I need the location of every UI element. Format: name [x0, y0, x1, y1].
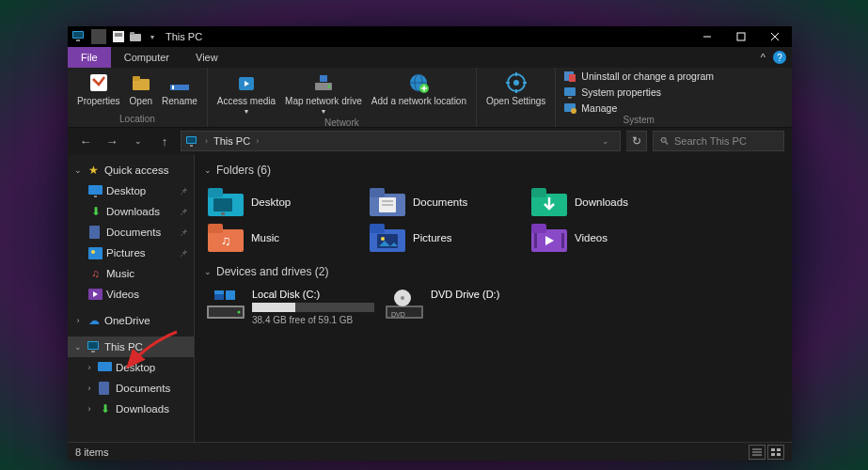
svg-text:DVD: DVD: [391, 311, 405, 318]
chevron-down-icon[interactable]: ⌄: [73, 165, 83, 175]
tree-tp-desktop[interactable]: ›Desktop: [68, 357, 194, 378]
svg-rect-57: [221, 212, 225, 215]
section-drives-header[interactable]: ⌄Devices and drives (2): [204, 265, 782, 278]
status-bar: 8 items: [68, 442, 792, 461]
maximize-button[interactable]: [724, 26, 758, 47]
tab-file[interactable]: File: [68, 47, 111, 68]
access-media-button[interactable]: Access media▾: [213, 70, 279, 118]
chevron-right-icon[interactable]: ›: [85, 363, 94, 372]
rename-button[interactable]: Rename: [158, 70, 201, 109]
music-icon: ♫: [88, 267, 103, 281]
search-box[interactable]: 🔍︎ Search This PC: [653, 131, 784, 151]
document-icon: [98, 382, 112, 396]
open-button[interactable]: Open: [126, 70, 156, 109]
chevron-right-icon[interactable]: ›: [73, 316, 83, 325]
minimize-button[interactable]: [690, 26, 724, 47]
svg-point-79: [238, 311, 241, 314]
address-dropdown[interactable]: ⌄: [595, 131, 616, 151]
svg-rect-74: [534, 233, 537, 248]
manage-button[interactable]: Manage: [561, 102, 716, 115]
tree-desktop[interactable]: Desktop📌︎: [68, 180, 194, 201]
content-pane[interactable]: ⌄Folders (6) Desktop Documents Downloads…: [195, 154, 792, 442]
chevron-right-icon[interactable]: ›: [256, 136, 259, 146]
close-button[interactable]: [758, 26, 792, 47]
picture-icon: [370, 224, 405, 252]
tab-view[interactable]: View: [182, 47, 231, 68]
svg-rect-91: [771, 448, 775, 451]
drive-usage-bar: [252, 303, 374, 312]
title-bar[interactable]: ▾ This PC: [68, 26, 792, 47]
folder-documents[interactable]: Documents: [366, 184, 528, 220]
svg-rect-42: [88, 185, 103, 195]
system-properties-button[interactable]: System properties: [561, 86, 716, 99]
tree-quick-access[interactable]: ⌄ ★ Quick access: [68, 160, 194, 180]
help-icon[interactable]: ?: [773, 51, 786, 64]
tab-computer[interactable]: Computer: [111, 47, 182, 68]
tree-downloads[interactable]: ⬇Downloads📌︎: [68, 201, 194, 222]
folder-downloads[interactable]: Downloads: [528, 184, 689, 220]
svg-rect-92: [777, 448, 781, 451]
qat-dropdown-icon[interactable]: ▾: [145, 29, 160, 44]
folder-pictures[interactable]: Pictures: [366, 220, 528, 256]
this-pc-icon: [87, 340, 101, 354]
svg-rect-94: [777, 453, 781, 456]
music-icon: ♫: [208, 224, 244, 252]
tree-tp-documents[interactable]: ›Documents: [68, 378, 194, 399]
ribbon-collapse-icon[interactable]: ^: [761, 52, 765, 63]
forward-button[interactable]: →: [102, 131, 122, 151]
desktop-icon: [208, 188, 244, 216]
drive-local-c[interactable]: Local Disk (C:) 38.4 GB free of 59.1 GB: [204, 286, 383, 328]
folder-videos[interactable]: Videos: [528, 220, 689, 256]
ribbon-tabs: File Computer View ^ ?: [68, 47, 792, 68]
recent-dropdown[interactable]: ⌄: [128, 131, 149, 151]
tree-music[interactable]: ♫Music: [68, 263, 194, 284]
search-icon: 🔍︎: [659, 135, 670, 147]
open-settings-button[interactable]: Open Settings: [482, 70, 549, 109]
address-bar[interactable]: › This PC › ⌄: [181, 131, 621, 151]
tree-onedrive[interactable]: › ☁ OneDrive: [68, 310, 194, 331]
svg-rect-55: [208, 188, 223, 197]
svg-rect-82: [214, 294, 224, 300]
folder-desktop[interactable]: Desktop: [204, 184, 366, 220]
up-button[interactable]: ↑: [154, 131, 175, 151]
svg-rect-50: [88, 342, 98, 349]
drives-grid: Local Disk (C:) 38.4 GB free of 59.1 GB …: [204, 286, 782, 328]
section-folders-header[interactable]: ⌄Folders (6): [204, 164, 782, 177]
nav-row: ← → ⌄ ↑ › This PC › ⌄ ↻ 🔍︎ Search This P…: [68, 128, 792, 154]
svg-rect-51: [91, 351, 95, 352]
document-icon: [88, 226, 103, 240]
view-large-button[interactable]: [767, 445, 784, 460]
svg-point-87: [401, 296, 404, 300]
svg-rect-93: [771, 453, 775, 456]
tree-this-pc[interactable]: ⌄ This PC: [68, 337, 194, 357]
qat-folder-icon[interactable]: [128, 29, 143, 44]
folders-grid: Desktop Documents Downloads ♫Music Pictu…: [204, 184, 782, 256]
chevron-right-icon[interactable]: ›: [85, 404, 94, 414]
uninstall-programs-button[interactable]: Uninstall or change a program: [561, 70, 716, 83]
tree-pictures[interactable]: Pictures📌︎: [68, 243, 194, 263]
tree-tp-downloads[interactable]: ›⬇Downloads: [68, 399, 194, 419]
map-drive-button[interactable]: Map network drive▾: [281, 70, 366, 118]
nav-tree[interactable]: ⌄ ★ Quick access Desktop📌︎ ⬇Downloads📌︎ …: [68, 154, 195, 442]
qat-save-icon[interactable]: [111, 29, 126, 44]
chevron-down-icon: ⌄: [204, 267, 212, 276]
view-details-button[interactable]: [749, 445, 765, 460]
svg-rect-1: [73, 32, 83, 38]
search-placeholder: Search This PC: [674, 135, 747, 147]
tree-videos[interactable]: Videos: [68, 284, 194, 305]
add-location-button[interactable]: Add a network location: [368, 70, 470, 109]
breadcrumb-this-pc[interactable]: This PC: [213, 135, 250, 147]
pin-icon: 📌︎: [179, 186, 188, 196]
refresh-button[interactable]: ↻: [626, 131, 647, 151]
back-button[interactable]: ←: [75, 131, 96, 151]
folder-music[interactable]: ♫Music: [204, 220, 366, 256]
chevron-right-icon[interactable]: ›: [205, 136, 208, 146]
properties-button[interactable]: Properties: [73, 70, 124, 109]
picture-icon: [88, 246, 103, 260]
chevron-down-icon[interactable]: ⌄: [73, 342, 83, 352]
chevron-right-icon[interactable]: ›: [85, 384, 94, 393]
tree-documents[interactable]: Documents📌︎: [68, 222, 194, 243]
svg-rect-5: [130, 34, 141, 41]
drive-dvd-d[interactable]: DVD DVD Drive (D:): [383, 286, 561, 328]
svg-rect-53: [99, 382, 109, 395]
